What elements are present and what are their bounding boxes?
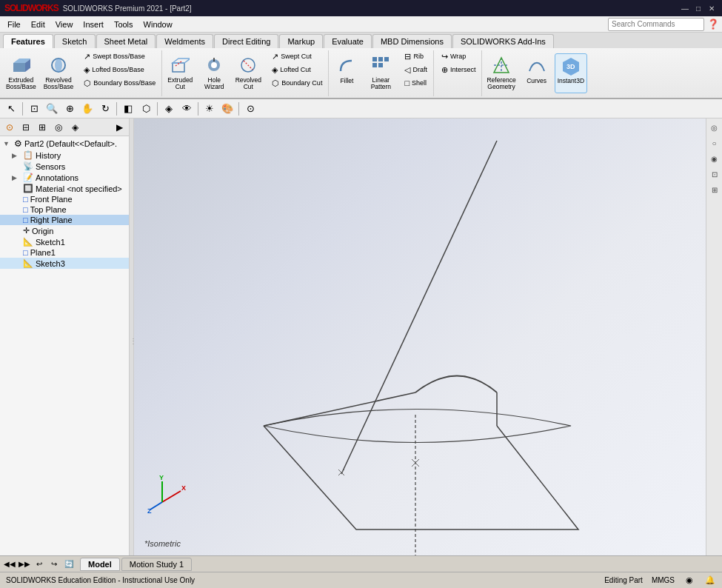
tree-item-sketch1[interactable]: 📐 Sketch1 xyxy=(0,236,129,247)
tree-item-sketch3[interactable]: 📐 Sketch3 xyxy=(0,258,129,269)
fillet-button[interactable]: Fillet xyxy=(330,53,363,93)
boundary-boss-base-button[interactable]: ⬡Boundary Boss/Base xyxy=(81,77,158,90)
appearance-button[interactable]: 🎨 xyxy=(219,101,235,117)
lofted-boss-base-button[interactable]: ◈Lofted Boss/Base xyxy=(81,64,158,76)
menu-edit[interactable]: Edit xyxy=(27,19,50,30)
zoom-in-button[interactable]: 🔍 xyxy=(44,101,60,117)
section-view-button[interactable]: ◧ xyxy=(120,101,136,117)
tab-sketch[interactable]: Sketch xyxy=(54,34,96,48)
tree-item-part2[interactable]: ▼ ⚙ Part2 (Default<<Default>. xyxy=(0,138,129,150)
tab-markup[interactable]: Markup xyxy=(279,34,323,48)
redo-button[interactable]: ↪ xyxy=(47,558,61,571)
top-plane-icon: □ xyxy=(23,205,28,214)
viewport[interactable]: X Y Z *Isometric ◎ ○ ◉ ⊡ ⊞ xyxy=(134,118,722,555)
extruded-cut-button[interactable]: ExtrudedCut xyxy=(164,53,196,93)
revolved-boss-base-button[interactable]: RevolvedBoss/Base xyxy=(41,53,77,93)
display-manager-tab[interactable]: ◈ xyxy=(67,120,82,135)
minimize-button[interactable]: — xyxy=(679,2,691,14)
status-setting-button[interactable]: ◉ xyxy=(683,575,695,587)
menu-window[interactable]: Window xyxy=(139,19,177,30)
step-back-button[interactable]: ◀◀ xyxy=(3,558,16,571)
status-notification-button[interactable]: 🔔 xyxy=(704,575,716,587)
tab-mbd-dimensions[interactable]: MBD Dimensions xyxy=(372,34,452,48)
sketch1-label: Sketch1 xyxy=(36,238,65,247)
boundary-cut-button[interactable]: ⬡Boundary Cut xyxy=(269,77,325,90)
view-setting-5-button[interactable]: ⊞ xyxy=(708,183,721,196)
tab-solidworks-addins[interactable]: SOLIDWORKS Add-Ins xyxy=(452,34,554,48)
snapping-button[interactable]: ⊙ xyxy=(242,101,258,117)
tab-weldments[interactable]: Weldments xyxy=(156,34,213,48)
rebuild-button[interactable]: 🔄 xyxy=(62,558,76,571)
menu-insert[interactable]: Insert xyxy=(78,19,108,30)
tree-item-plane1[interactable]: □ Plane1 xyxy=(0,247,129,258)
revolved-cut-button[interactable]: RevolvedCut xyxy=(232,53,264,93)
swept-cut-button[interactable]: ↗Swept Cut xyxy=(269,50,325,63)
expand-tree-btn[interactable]: ▶ xyxy=(112,120,127,135)
tree-item-material[interactable]: 🔲 Material <not specified> xyxy=(0,183,129,194)
view-setting-2-button[interactable]: ○ xyxy=(708,136,721,150)
lofted-cut-button[interactable]: ◈Lofted Cut xyxy=(269,64,325,76)
hole-wizard-icon xyxy=(204,56,224,76)
expand-part2-icon: ▼ xyxy=(3,140,12,147)
menu-view[interactable]: View xyxy=(51,19,78,30)
hide-show-button[interactable]: 👁 xyxy=(178,101,195,117)
svg-rect-17 xyxy=(378,63,383,67)
tab-evaluate[interactable]: Evaluate xyxy=(324,34,372,48)
select-tool-button[interactable]: ↖ xyxy=(3,101,19,117)
toolbar-row: ↖ ⊡ 🔍 ⊕ ✋ ↻ ◧ ⬡ ◈ 👁 ☀ 🎨 ⊙ xyxy=(0,99,722,118)
rib-button[interactable]: ⊟Rib xyxy=(401,50,430,63)
shell-button[interactable]: □Shell xyxy=(401,77,430,89)
curves-button[interactable]: Curves xyxy=(521,53,553,93)
menu-tools[interactable]: Tools xyxy=(110,19,138,30)
linear-pattern-button[interactable]: LinearPattern xyxy=(364,53,397,93)
scene-button[interactable]: ☀ xyxy=(201,101,218,117)
toolbar-sep-1 xyxy=(22,102,23,116)
draft-button[interactable]: ◁Draft xyxy=(401,64,430,76)
view-orientation-button[interactable]: ⬡ xyxy=(138,101,154,117)
wrap-button[interactable]: ↪Wrap xyxy=(438,50,479,63)
intersect-label: Intersect xyxy=(450,66,476,73)
step-forward-button[interactable]: ▶▶ xyxy=(18,558,31,571)
extruded-boss-base-button[interactable]: ExtrudedBoss/Base xyxy=(3,53,39,93)
tab-direct-editing[interactable]: Direct Editing xyxy=(214,34,278,48)
hole-wizard-button[interactable]: HoleWizard xyxy=(198,53,230,93)
feature-manager-tab[interactable]: ⊙ xyxy=(2,120,17,135)
editing-status: Editing Part xyxy=(604,576,643,584)
zoom-area-button[interactable]: ⊕ xyxy=(61,101,78,117)
pan-button[interactable]: ✋ xyxy=(79,101,96,117)
tree-item-right-plane[interactable]: □ Right Plane xyxy=(0,215,129,225)
instant3d-button[interactable]: 3D Instant3D xyxy=(555,53,587,93)
maximize-button[interactable]: □ xyxy=(692,2,704,14)
undo-button[interactable]: ↩ xyxy=(33,558,46,571)
fillet-icon xyxy=(336,56,357,76)
config-manager-tab[interactable]: ⊞ xyxy=(35,120,50,135)
display-style-button[interactable]: ◈ xyxy=(161,101,177,117)
lofted-boss-label: Lofted Boss/Base xyxy=(92,66,144,73)
rotate-button[interactable]: ↻ xyxy=(97,101,113,117)
view-setting-4-button[interactable]: ⊡ xyxy=(708,167,721,181)
zoom-fit-button[interactable]: ⊡ xyxy=(26,101,42,117)
tree-item-history[interactable]: ▶ 📋 History xyxy=(0,150,129,161)
intersect-button[interactable]: ⊕Intersect xyxy=(438,64,479,76)
tab-model[interactable]: Model xyxy=(80,558,120,571)
dim-expert-tab[interactable]: ◎ xyxy=(51,120,66,135)
search-input[interactable] xyxy=(608,18,704,31)
tab-sheet-metal[interactable]: Sheet Metal xyxy=(96,34,156,48)
tab-features[interactable]: Features xyxy=(3,34,53,48)
swept-boss-base-button[interactable]: ↗Swept Boss/Base xyxy=(81,50,158,63)
tree-item-sensors[interactable]: 📡 Sensors xyxy=(0,161,129,172)
view-setting-3-button[interactable]: ◉ xyxy=(708,152,721,165)
property-manager-tab[interactable]: ⊟ xyxy=(19,120,33,135)
tab-motion-study-1[interactable]: Motion Study 1 xyxy=(121,558,192,571)
menu-file[interactable]: File xyxy=(3,19,25,30)
help-icon[interactable]: ❓ xyxy=(707,19,719,30)
tree-item-annotations[interactable]: ▶ 📝 Annotations xyxy=(0,172,129,183)
view-setting-1-button[interactable]: ◎ xyxy=(708,121,721,134)
close-button[interactable]: ✕ xyxy=(706,2,718,14)
extruded-boss-label: ExtrudedBoss/Base xyxy=(6,77,36,91)
tree-item-front-plane[interactable]: □ Front Plane xyxy=(0,194,129,204)
reference-geometry-button[interactable]: ReferenceGeometry xyxy=(484,53,518,93)
status-text: SOLIDWORKS Education Edition - Instructi… xyxy=(6,576,195,584)
tree-item-top-plane[interactable]: □ Top Plane xyxy=(0,204,129,215)
tree-item-origin[interactable]: ✛ Origin xyxy=(0,225,129,236)
